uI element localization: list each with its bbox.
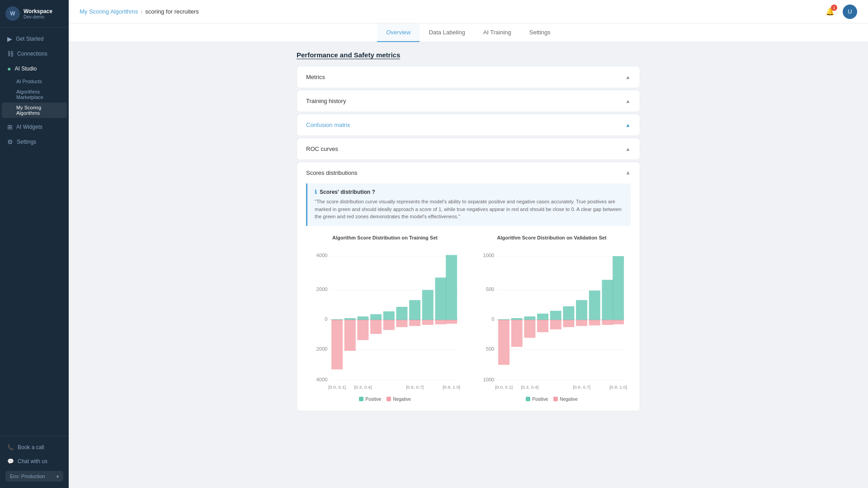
tab-settings[interactable]: Settings — [520, 23, 560, 42]
accordion-metrics-header[interactable]: Metrics ▲ — [297, 66, 640, 88]
chart-training: Algorithm Score Distribution on Training… — [306, 235, 464, 402]
svg-rect-52 — [602, 280, 613, 320]
sidebar-item-connections[interactable]: ⛓ Connections — [2, 47, 67, 61]
chart-validation-legend: Positive Negative — [473, 397, 631, 402]
negative-dot — [387, 397, 391, 401]
settings-icon: ⚙ — [7, 138, 13, 145]
svg-rect-49 — [563, 306, 574, 320]
topbar: My Scoring Algorithms › scoring for recr… — [69, 0, 868, 23]
svg-rect-19 — [446, 255, 457, 320]
svg-rect-63 — [613, 319, 624, 324]
svg-text:[0.6, 0.7]: [0.6, 0.7] — [573, 384, 590, 389]
svg-rect-22 — [357, 319, 368, 340]
breadcrumb-current: scoring for recruiters — [145, 8, 198, 15]
chart-validation-title: Algorithm Score Distribution on Validati… — [473, 235, 631, 240]
svg-rect-50 — [576, 300, 587, 320]
chart-validation-area: 1000 500 0 500 1000 — [473, 245, 631, 393]
info-icon: ℹ — [315, 189, 317, 195]
accordion-roc-curves-header[interactable]: ROC curves ▲ — [297, 138, 640, 160]
chevron-up-icon-4: ▲ — [625, 146, 631, 152]
sidebar-item-algorithms-marketplace[interactable]: Algorithms Marketplace — [2, 87, 67, 102]
ai-widgets-icon: ⊞ — [7, 123, 13, 131]
negative-legend: Negative — [387, 397, 410, 402]
chevron-up-icon-2: ▲ — [625, 98, 631, 104]
book-call-button[interactable]: 📞 Book a call — [2, 441, 67, 454]
svg-text:500: 500 — [486, 286, 495, 292]
svg-rect-58 — [550, 319, 561, 329]
accordion-confusion-matrix-header[interactable]: Confusion matrix ▲ — [297, 114, 640, 136]
svg-rect-20 — [331, 319, 343, 369]
chat-icon: 💬 — [7, 458, 14, 465]
section-title: Performance and Safety metrics — [297, 51, 640, 59]
positive-dot-2 — [526, 397, 530, 401]
svg-rect-47 — [537, 314, 548, 320]
svg-rect-28 — [435, 319, 446, 324]
tab-ai-training[interactable]: AI Training — [474, 23, 520, 42]
chevron-down-icon: ▾ — [57, 474, 59, 479]
svg-rect-14 — [383, 311, 395, 320]
chevron-up-icon: ▲ — [625, 74, 631, 80]
main-content: My Scoring Algorithms › scoring for recr… — [69, 0, 868, 488]
accordion-metrics: Metrics ▲ — [297, 66, 640, 88]
svg-rect-13 — [370, 314, 382, 320]
svg-text:2000: 2000 — [316, 286, 327, 292]
tab-data-labeling[interactable]: Data Labeling — [420, 23, 474, 42]
svg-rect-59 — [563, 319, 574, 327]
svg-rect-12 — [357, 316, 368, 320]
svg-rect-51 — [589, 290, 600, 320]
accordion-training-history-header[interactable]: Training history ▲ — [297, 90, 640, 112]
sidebar-item-ai-products[interactable]: AI Products — [2, 76, 67, 86]
svg-text:1000: 1000 — [483, 376, 494, 382]
chart-training-legend: Positive Negative — [306, 397, 464, 402]
svg-text:[0.6, 0.7]: [0.6, 0.7] — [406, 384, 424, 389]
sidebar-footer: 📞 Book a call 💬 Chat with us Env: Produc… — [0, 436, 69, 488]
breadcrumb-parent[interactable]: My Scoring Algorithms — [80, 8, 138, 15]
svg-text:[0.9, 1.0]: [0.9, 1.0] — [443, 384, 460, 389]
svg-rect-62 — [602, 319, 613, 324]
accordion-scores-distributions: Scores distributions ▼ ℹ Scores' distrib… — [297, 162, 640, 411]
charts-row: Algorithm Score Distribution on Training… — [306, 235, 631, 402]
accordion-roc-curves: ROC curves ▲ — [297, 138, 640, 160]
svg-rect-27 — [422, 319, 434, 324]
svg-text:500: 500 — [486, 346, 495, 352]
positive-dot — [359, 397, 363, 401]
sidebar-item-my-scoring-algorithms[interactable]: My Scoring Algorithms — [2, 103, 67, 118]
notification-button[interactable]: 🔔 1 — [823, 5, 837, 19]
svg-text:2000: 2000 — [316, 346, 327, 352]
sidebar-item-ai-studio[interactable]: ● AI Studio — [2, 61, 67, 76]
svg-rect-54 — [498, 319, 509, 365]
svg-text:[0.0, 0.1]: [0.0, 0.1] — [495, 384, 513, 389]
svg-rect-23 — [370, 319, 382, 333]
validation-svg: 1000 500 0 500 1000 — [473, 245, 631, 391]
env-selector[interactable]: Env: Production ▾ — [5, 471, 63, 482]
chat-button[interactable]: 💬 Chat with us — [2, 455, 67, 468]
svg-text:4000: 4000 — [316, 253, 327, 258]
svg-rect-61 — [589, 319, 600, 325]
svg-rect-18 — [435, 277, 446, 320]
tab-overview[interactable]: Overview — [377, 23, 420, 42]
phone-icon: 📞 — [7, 444, 14, 450]
svg-rect-60 — [576, 319, 587, 326]
svg-text:[0.3, 0.4]: [0.3, 0.4] — [521, 384, 538, 389]
info-box-text: "The score distribution curve visually r… — [315, 198, 623, 221]
sidebar-item-ai-widgets[interactable]: ⊞ AI Widgets — [2, 120, 67, 134]
accordion-training-history: Training history ▲ — [297, 90, 640, 112]
user-avatar[interactable]: U — [843, 5, 857, 19]
sidebar-item-settings[interactable]: ⚙ Settings — [2, 135, 67, 149]
svg-rect-24 — [383, 319, 395, 329]
accordion-scores-distributions-header[interactable]: Scores distributions ▼ — [297, 162, 640, 183]
sidebar-nav: ▶ Get Started ⛓ Connections ● AI Studio … — [0, 28, 69, 436]
notification-badge: 1 — [831, 5, 837, 11]
chart-training-title: Algorithm Score Distribution on Training… — [306, 235, 464, 240]
svg-text:0: 0 — [491, 316, 494, 322]
breadcrumb-separator: › — [141, 9, 142, 15]
negative-dot-2 — [553, 397, 558, 401]
svg-rect-57 — [537, 319, 548, 332]
ai-studio-icon: ● — [7, 65, 11, 72]
sidebar-item-get-started[interactable]: ▶ Get Started — [2, 32, 67, 46]
svg-rect-46 — [524, 316, 535, 320]
svg-rect-17 — [422, 290, 434, 320]
get-started-icon: ▶ — [7, 35, 12, 42]
svg-rect-15 — [396, 307, 407, 320]
content-area: Performance and Safety metrics Metrics ▲… — [69, 42, 868, 488]
